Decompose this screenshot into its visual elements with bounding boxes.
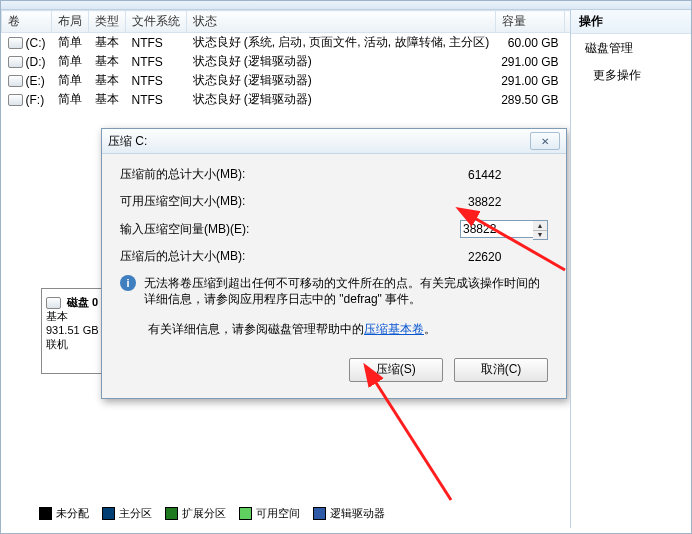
label-shrink-amount: 输入压缩空间量(MB)(E): (120, 221, 460, 238)
legend-logical: 逻辑驱动器 (330, 506, 385, 521)
col-status[interactable]: 状态 (187, 11, 496, 33)
legend-swatch-logical (313, 507, 326, 520)
col-filesystem[interactable]: 文件系统 (126, 11, 187, 33)
actions-title: 操作 (571, 10, 691, 34)
shrink-basic-volume-link[interactable]: 压缩基本卷 (364, 322, 424, 336)
value-size-after: 22620 (468, 250, 548, 264)
legend-unalloc: 未分配 (56, 506, 89, 521)
col-type[interactable]: 类型 (89, 11, 126, 33)
col-layout[interactable]: 布局 (52, 11, 89, 33)
table-row[interactable]: (E:)简单基本NTFS状态良好 (逻辑驱动器)291.00 GB282.4 (2, 71, 572, 90)
label-size-before: 压缩前的总计大小(MB): (120, 166, 468, 183)
detail-text: 有关详细信息，请参阅磁盘管理帮助中的压缩基本卷。 (148, 321, 548, 338)
detail-prefix: 有关详细信息，请参阅磁盘管理帮助中的 (148, 322, 364, 336)
table-row[interactable]: (D:)简单基本NTFS状态良好 (逻辑驱动器)291.00 GB238.8 (2, 52, 572, 71)
drive-icon (8, 56, 23, 68)
dialog-title: 压缩 C: (108, 133, 530, 150)
col-available[interactable]: 可用: (565, 11, 571, 33)
col-capacity[interactable]: 容量 (495, 11, 564, 33)
disk-icon (46, 297, 61, 309)
label-avail-shrink: 可用压缩空间大小(MB): (120, 193, 468, 210)
col-volume[interactable]: 卷 (2, 11, 52, 33)
legend-swatch-ext (165, 507, 178, 520)
shrink-button[interactable]: 压缩(S) (349, 358, 443, 382)
value-size-before: 61442 (468, 168, 548, 182)
actions-group-disk[interactable]: 磁盘管理 (571, 34, 691, 63)
info-icon: i (120, 275, 136, 291)
table-row[interactable]: (C:)简单基本NTFS状态良好 (系统, 启动, 页面文件, 活动, 故障转储… (2, 33, 572, 53)
legend-swatch-unalloc (39, 507, 52, 520)
window-toolbar (1, 1, 691, 10)
shrink-dialog: 压缩 C: ✕ 压缩前的总计大小(MB): 61442 可用压缩空间大小(MB)… (101, 128, 567, 399)
legend-ext: 扩展分区 (182, 506, 226, 521)
spinner-down-icon[interactable]: ▼ (533, 231, 547, 240)
spinner-up-icon[interactable]: ▲ (533, 221, 547, 231)
close-button[interactable]: ✕ (530, 132, 560, 150)
actions-more[interactable]: 更多操作 (571, 63, 691, 90)
legend-free: 可用空间 (256, 506, 300, 521)
legend-swatch-primary (102, 507, 115, 520)
drive-icon (8, 94, 23, 106)
disk-management-window: 卷 布局 类型 文件系统 状态 容量 可用: (C:)简单基本NTFS状态良好 … (0, 0, 692, 534)
value-avail-shrink: 38822 (468, 195, 548, 209)
disk-size: 931.51 GB (46, 324, 99, 336)
cancel-button[interactable]: 取消(C) (454, 358, 548, 382)
dialog-titlebar[interactable]: 压缩 C: ✕ (102, 129, 566, 154)
disk-name: 磁盘 0 (67, 296, 98, 308)
volumes-pane: 卷 布局 类型 文件系统 状态 容量 可用: (C:)简单基本NTFS状态良好 … (1, 10, 571, 528)
volumes-table: 卷 布局 类型 文件系统 状态 容量 可用: (C:)简单基本NTFS状态良好 … (1, 10, 571, 109)
label-size-after: 压缩后的总计大小(MB): (120, 248, 468, 265)
actions-pane: 操作 磁盘管理 更多操作 (571, 10, 691, 528)
shrink-amount-input[interactable] (460, 220, 534, 238)
detail-suffix: 。 (424, 322, 436, 336)
legend-swatch-free (239, 507, 252, 520)
disk-online: 联机 (46, 338, 68, 350)
disk-kind: 基本 (46, 310, 68, 322)
drive-icon (8, 37, 23, 49)
legend-primary: 主分区 (119, 506, 152, 521)
info-text: 无法将卷压缩到超出任何不可移动的文件所在的点。有关完成该操作时间的详细信息，请参… (144, 275, 548, 307)
table-row[interactable]: (F:)简单基本NTFS状态良好 (逻辑驱动器)289.50 GB271. (2, 90, 572, 109)
drive-icon (8, 75, 23, 87)
legend: 未分配 主分区 扩展分区 可用空间 逻辑驱动器 (39, 506, 395, 522)
shrink-amount-spinner[interactable]: ▲▼ (533, 220, 548, 240)
